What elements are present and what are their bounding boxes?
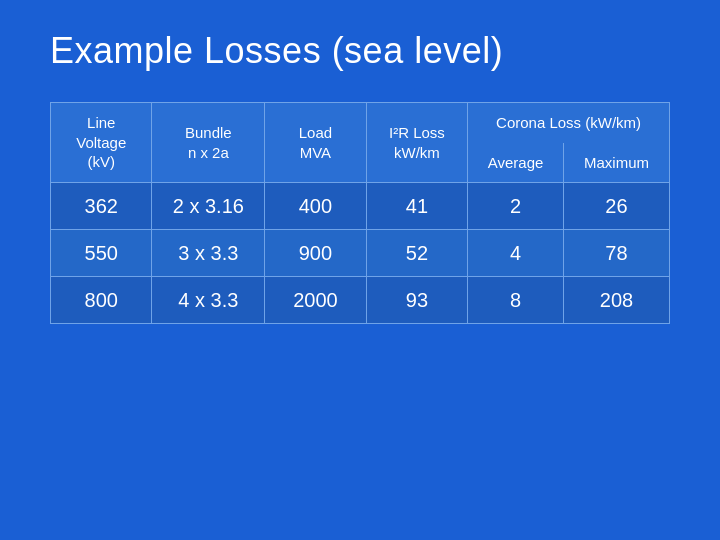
losses-table: LineVoltage (kV) Bundlen x 2a LoadMVA I²… xyxy=(50,102,670,324)
cell-average: 2 xyxy=(468,183,564,230)
col-header-i2r-loss: I²R LosskW/km xyxy=(366,103,467,183)
cell-maximum: 78 xyxy=(563,230,669,277)
col-header-load-mva: LoadMVA xyxy=(265,103,366,183)
page-title: Example Losses (sea level) xyxy=(50,30,503,72)
cell-line_voltage: 800 xyxy=(51,277,152,324)
col-header-bundle: Bundlen x 2a xyxy=(152,103,265,183)
cell-line_voltage: 550 xyxy=(51,230,152,277)
cell-bundle: 2 x 3.16 xyxy=(152,183,265,230)
table-wrapper: LineVoltage (kV) Bundlen x 2a LoadMVA I²… xyxy=(50,102,670,324)
col-header-corona-loss: Corona Loss (kW/km) xyxy=(468,103,670,143)
cell-average: 8 xyxy=(468,277,564,324)
cell-i2r_loss: 93 xyxy=(366,277,467,324)
col-header-line-voltage: LineVoltage (kV) xyxy=(51,103,152,183)
cell-bundle: 4 x 3.3 xyxy=(152,277,265,324)
col-header-average: Average xyxy=(468,143,564,183)
table-row: 3622 x 3.1640041226 xyxy=(51,183,670,230)
cell-i2r_loss: 41 xyxy=(366,183,467,230)
table-row: 8004 x 3.32000938208 xyxy=(51,277,670,324)
cell-average: 4 xyxy=(468,230,564,277)
cell-line_voltage: 362 xyxy=(51,183,152,230)
cell-load_mva: 900 xyxy=(265,230,366,277)
cell-load_mva: 2000 xyxy=(265,277,366,324)
cell-bundle: 3 x 3.3 xyxy=(152,230,265,277)
table-row: 5503 x 3.390052478 xyxy=(51,230,670,277)
cell-i2r_loss: 52 xyxy=(366,230,467,277)
cell-maximum: 26 xyxy=(563,183,669,230)
cell-load_mva: 400 xyxy=(265,183,366,230)
col-header-maximum: Maximum xyxy=(563,143,669,183)
cell-maximum: 208 xyxy=(563,277,669,324)
